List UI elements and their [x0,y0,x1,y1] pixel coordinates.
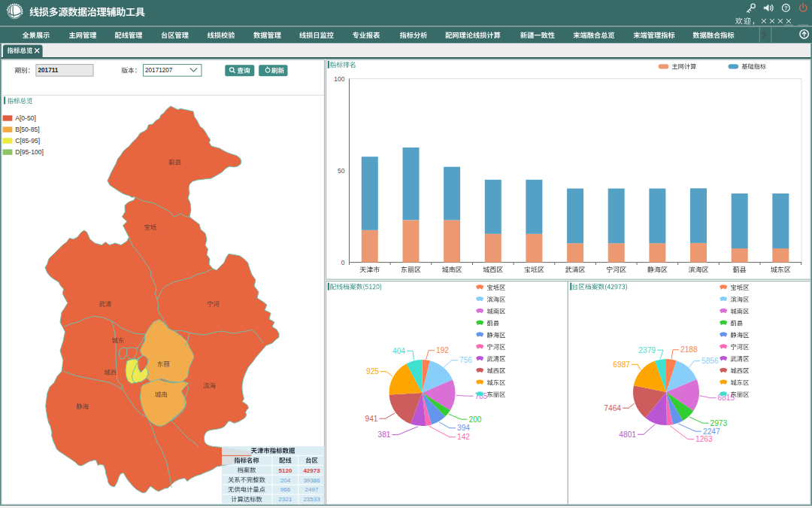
svg-text:20171207: 20171207 [145,67,173,74]
svg-text:50: 50 [338,167,345,175]
svg-text:756: 756 [459,356,472,364]
svg-text:100: 100 [334,75,344,83]
svg-text:200: 200 [469,415,482,424]
svg-text:A[0-50]: A[0-50] [15,114,36,122]
svg-text:2188: 2188 [680,345,698,354]
svg-text:201711: 201711 [38,67,59,74]
svg-text:2247: 2247 [703,427,720,436]
svg-text:7464: 7464 [604,404,621,412]
svg-text:B[50-85]: B[50-85] [15,126,40,133]
svg-text:381: 381 [378,430,391,439]
svg-text:192: 192 [436,346,449,354]
svg-text:2321: 2321 [279,496,292,503]
svg-text:23533: 23533 [303,496,320,503]
svg-text:6987: 6987 [613,360,630,369]
svg-text:142: 142 [457,433,470,441]
svg-text:5120: 5120 [279,467,292,474]
svg-text:0: 0 [341,259,345,266]
svg-text:2497: 2497 [305,486,319,493]
svg-text:966: 966 [280,486,291,493]
svg-text:4801: 4801 [619,430,636,439]
svg-text:42973: 42973 [303,467,320,474]
svg-text:204: 204 [280,477,291,484]
svg-text:D[95-100]: D[95-100] [15,148,44,156]
svg-text:394: 394 [457,424,470,432]
svg-text:C[85-95]: C[85-95] [15,137,40,144]
svg-text:925: 925 [366,367,379,376]
svg-text:2379: 2379 [638,346,656,354]
svg-text:5856: 5856 [701,357,719,365]
svg-text:39386: 39386 [303,477,320,484]
svg-text:404: 404 [392,347,405,355]
svg-text:2973: 2973 [710,419,728,427]
svg-text:941: 941 [365,415,378,423]
svg-text:1263: 1263 [695,435,713,443]
svg-text:?: ? [784,5,788,11]
